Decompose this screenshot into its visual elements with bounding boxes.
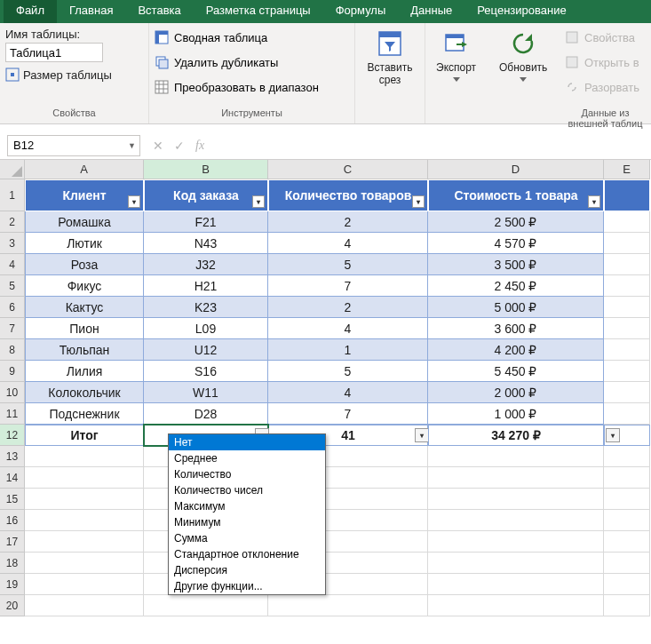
cell[interactable] bbox=[428, 574, 604, 595]
cell[interactable]: 1 bbox=[268, 339, 428, 361]
cell[interactable]: H21 bbox=[144, 275, 268, 297]
insert-slicer-button[interactable]: Вставить срез bbox=[359, 26, 421, 107]
total-d-cell[interactable]: 34 270 ₽ ▾ bbox=[428, 425, 604, 446]
cell[interactable] bbox=[25, 446, 144, 467]
cell[interactable] bbox=[604, 574, 650, 595]
cell[interactable] bbox=[604, 254, 650, 275]
cell[interactable]: 5 450 ₽ bbox=[428, 361, 604, 382]
dropdown-item[interactable]: Сумма bbox=[169, 530, 325, 546]
table-name-input[interactable] bbox=[5, 43, 103, 62]
cell[interactable]: 3 600 ₽ bbox=[428, 318, 604, 339]
cell[interactable]: Подснежник bbox=[25, 403, 144, 425]
cell[interactable]: 5 000 ₽ bbox=[428, 297, 604, 318]
fx-icon[interactable]: fx bbox=[195, 139, 204, 153]
cell[interactable]: 3 500 ₽ bbox=[428, 254, 604, 275]
cell[interactable] bbox=[604, 211, 650, 233]
row-head[interactable]: 15 bbox=[0, 489, 25, 510]
cell[interactable] bbox=[428, 553, 604, 574]
row-head[interactable]: 2 bbox=[0, 211, 25, 233]
row-head[interactable]: 19 bbox=[0, 574, 25, 595]
row-head[interactable]: 1 bbox=[0, 179, 25, 211]
row-head[interactable]: 9 bbox=[0, 361, 25, 382]
total-dropdown-button[interactable]: ▾ bbox=[415, 428, 429, 442]
row-head[interactable]: 7 bbox=[0, 318, 25, 339]
row-head[interactable]: 5 bbox=[0, 275, 25, 297]
cell[interactable]: W11 bbox=[144, 382, 268, 403]
cell[interactable]: 4 bbox=[268, 382, 428, 403]
cell[interactable] bbox=[604, 531, 650, 553]
cell[interactable]: 2 450 ₽ bbox=[428, 275, 604, 297]
dropdown-item[interactable]: Стандартное отклонение bbox=[169, 546, 325, 562]
row-head[interactable]: 17 bbox=[0, 531, 25, 553]
dropdown-item[interactable]: Среднее bbox=[169, 450, 325, 466]
cell[interactable]: Лютик bbox=[25, 233, 144, 254]
cell[interactable] bbox=[604, 318, 650, 339]
cell[interactable]: Пион bbox=[25, 318, 144, 339]
row-head[interactable]: 3 bbox=[0, 233, 25, 254]
filter-button[interactable]: ▾ bbox=[252, 195, 265, 208]
row-head[interactable]: 18 bbox=[0, 553, 25, 574]
pivot-table-button[interactable]: Сводная таблица bbox=[155, 28, 319, 47]
col-head-a[interactable]: A bbox=[25, 160, 144, 179]
cell[interactable]: 7 bbox=[268, 275, 428, 297]
cell[interactable]: U12 bbox=[144, 339, 268, 361]
table-header-cell[interactable]: Количество товаров▾ bbox=[268, 179, 428, 211]
cell[interactable]: Лилия bbox=[25, 361, 144, 382]
row-head[interactable]: 4 bbox=[0, 254, 25, 275]
row-head[interactable]: 8 bbox=[0, 339, 25, 361]
col-head-d[interactable]: D bbox=[428, 160, 604, 179]
cell[interactable] bbox=[604, 361, 650, 382]
cell[interactable] bbox=[25, 574, 144, 595]
dropdown-item[interactable]: Минимум bbox=[169, 514, 325, 530]
cell[interactable] bbox=[25, 489, 144, 510]
row-head[interactable]: 11 bbox=[0, 403, 25, 425]
cell[interactable]: Кактус bbox=[25, 297, 144, 318]
cell[interactable] bbox=[428, 531, 604, 553]
dropdown-item[interactable]: Количество чисел bbox=[169, 482, 325, 498]
cell[interactable]: 2 000 ₽ bbox=[428, 382, 604, 403]
cell[interactable]: S16 bbox=[144, 361, 268, 382]
tab-page-layout[interactable]: Разметка страницы bbox=[194, 0, 323, 23]
cell[interactable]: 5 bbox=[268, 254, 428, 275]
cell[interactable] bbox=[428, 446, 604, 467]
dropdown-item[interactable]: Нет bbox=[169, 434, 325, 450]
cell[interactable] bbox=[604, 446, 650, 467]
col-head-e[interactable]: E bbox=[604, 160, 650, 179]
row-head[interactable]: 10 bbox=[0, 382, 25, 403]
cell[interactable]: Тюльпан bbox=[25, 339, 144, 361]
cell[interactable] bbox=[604, 233, 650, 254]
total-label-cell[interactable]: Итог bbox=[25, 425, 144, 446]
filter-button[interactable]: ▾ bbox=[412, 195, 425, 208]
table-header-cell[interactable]: Стоимость 1 товара▾ bbox=[428, 179, 604, 211]
cell[interactable] bbox=[144, 595, 268, 616]
total-function-dropdown[interactable]: НетСреднееКоличествоКоличество чиселМакс… bbox=[168, 433, 326, 595]
cell[interactable] bbox=[604, 179, 650, 211]
cell[interactable]: Ромашка bbox=[25, 211, 144, 233]
dropdown-item[interactable]: Другие функции... bbox=[169, 578, 325, 594]
cell[interactable]: 4 bbox=[268, 233, 428, 254]
cell[interactable] bbox=[268, 595, 428, 616]
table-header-cell[interactable]: Клиент▾ bbox=[25, 179, 144, 211]
cell[interactable] bbox=[428, 510, 604, 531]
cell[interactable]: Колокольчик bbox=[25, 382, 144, 403]
cell[interactable]: 2 500 ₽ bbox=[428, 211, 604, 233]
col-head-c[interactable]: C bbox=[268, 160, 428, 179]
cell[interactable]: 5 bbox=[268, 361, 428, 382]
chevron-down-icon[interactable]: ▼ bbox=[128, 141, 136, 150]
cell[interactable]: L09 bbox=[144, 318, 268, 339]
export-button[interactable]: Экспорт bbox=[429, 26, 483, 107]
tab-data[interactable]: Данные bbox=[398, 0, 464, 23]
cell[interactable] bbox=[25, 595, 144, 616]
cell[interactable] bbox=[25, 510, 144, 531]
name-box[interactable]: B12 ▼ bbox=[7, 135, 140, 156]
cell[interactable]: 7 bbox=[268, 403, 428, 425]
resize-table-button[interactable]: Размер таблицы bbox=[5, 68, 143, 82]
cell[interactable]: D28 bbox=[144, 403, 268, 425]
tab-home[interactable]: Главная bbox=[57, 0, 125, 23]
row-head[interactable]: 12 bbox=[0, 425, 25, 446]
dropdown-item[interactable]: Дисперсия bbox=[169, 562, 325, 578]
cell[interactable]: 2 bbox=[268, 211, 428, 233]
tab-formulas[interactable]: Формулы bbox=[323, 0, 399, 23]
filter-button[interactable]: ▾ bbox=[588, 195, 600, 208]
cell[interactable] bbox=[604, 510, 650, 531]
